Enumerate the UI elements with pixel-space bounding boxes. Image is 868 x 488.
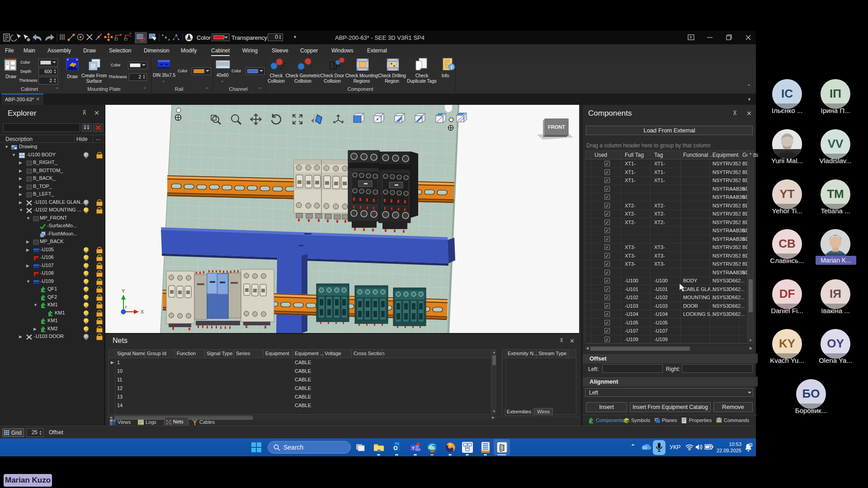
svg-text:X: X [141, 309, 144, 314]
svg-text:Y: Y [122, 288, 125, 294]
svg-text:O: O [393, 445, 397, 451]
svg-text:FRONT: FRONT [548, 124, 565, 130]
svg-text:i: i [451, 65, 453, 70]
svg-text:T: T [412, 446, 415, 450]
svg-text:Z: Z [125, 305, 127, 309]
